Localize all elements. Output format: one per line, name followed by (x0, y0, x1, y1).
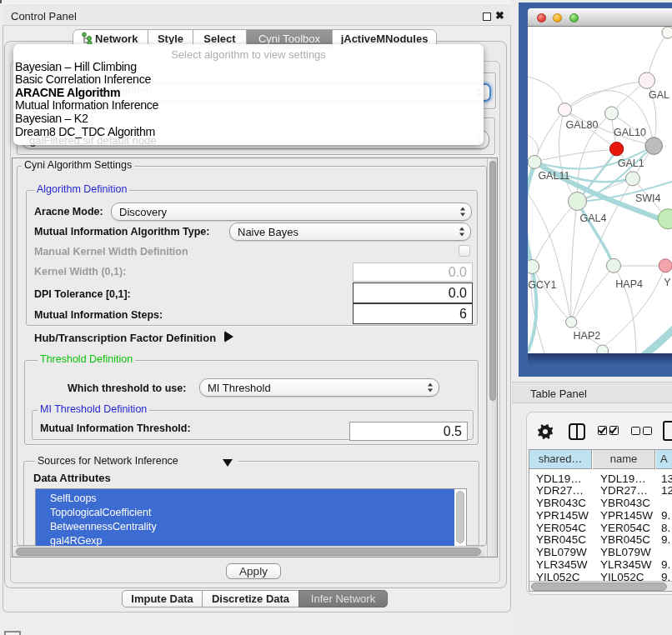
svg-text:GAL4: GAL4 (580, 212, 607, 224)
svg-text:HAP2: HAP2 (574, 330, 601, 342)
svg-text:GAL: GAL (649, 89, 669, 101)
svg-text:GAL1: GAL1 (618, 158, 644, 169)
svg-text:GAL80: GAL80 (566, 119, 599, 131)
svg-text:GAL10: GAL10 (614, 127, 646, 138)
svg-text:HAP4: HAP4 (615, 278, 643, 290)
svg-text:GAL11: GAL11 (538, 170, 569, 182)
svg-text:GCY1: GCY1 (528, 279, 556, 291)
svg-text:SWI4: SWI4 (635, 192, 661, 204)
svg-text:Y: Y (664, 277, 671, 288)
